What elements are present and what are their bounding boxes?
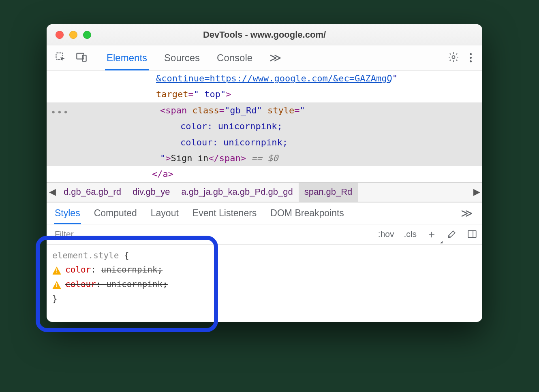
inspect-element-icon[interactable] [55,51,66,64]
breadcrumb-item-3[interactable]: span.gb_Rd [299,183,358,202]
paint-flashing-icon[interactable] [442,224,462,244]
styles-subtabs: Styles Computed Layout Event Listeners D… [47,202,482,224]
breadcrumb: ◀ d.gb_6a.gb_rd div.gb_ye a.gb_ja.gb_ka.… [47,182,482,202]
window-controls [47,31,91,39]
device-toolbar-icon[interactable] [76,51,87,64]
settings-icon[interactable] [448,51,459,64]
subtab-computed[interactable]: Computed [94,202,137,224]
tabs-group: Elements Sources Console ≫ [95,45,437,70]
subtab-event-listeners[interactable]: Event Listeners [192,202,257,224]
subtab-layout[interactable]: Layout [151,202,179,224]
kebab-menu-icon[interactable] [470,53,472,62]
devtools-window: DevTools - www.google.com/ Elements Sour… [47,24,482,322]
dom-row-target-attr[interactable]: target="_top"> [47,86,482,102]
subtab-dom-breakpoints[interactable]: DOM Breakpoints [270,202,344,224]
dom-row-style-colour[interactable]: colour: unicornpink; [47,134,482,150]
css-prop-color[interactable]: color: unicornpink; [52,263,482,277]
css-prop-colour[interactable]: colour: unicornpink; [52,277,482,292]
svg-rect-2 [82,55,86,61]
more-tabs-button[interactable]: ≫ [270,51,286,64]
breadcrumb-item-2[interactable]: a.gb_ja.gb_ka.gb_Pd.gb_gd [175,183,298,202]
dom-row-a-close[interactable]: </a> [47,166,482,182]
collapse-ellipsis-icon[interactable]: ••• [51,105,69,120]
dom-tree[interactable]: &continue=https://www.google.com/&ec=GAZ… [47,70,482,182]
warning-icon [52,280,61,289]
subtab-styles[interactable]: Styles [55,202,80,224]
dom-row-span-close[interactable]: ">Sign in</span> == $0 [47,150,482,166]
new-style-rule-button[interactable]: ＋ [421,224,442,244]
rule-selector-line[interactable]: element.style { [52,249,482,263]
svg-rect-4 [468,231,476,238]
breadcrumb-next-icon[interactable]: ▶ [471,187,482,197]
cls-button[interactable]: .cls [399,224,422,244]
tab-console[interactable]: Console [217,45,252,70]
filter-input[interactable] [47,224,373,244]
tab-elements[interactable]: Elements [107,45,147,70]
url-fragment: &continue=https://www.google.com/&ec=GAZ… [156,73,392,83]
inspector-icons [47,45,95,70]
window-title: DevTools - www.google.com/ [47,30,482,40]
hov-button[interactable]: :hov [373,224,399,244]
styles-panel[interactable]: element.style { color: unicornpink; colo… [47,245,482,322]
maximize-window-button[interactable] [83,31,91,39]
minimize-window-button[interactable] [69,31,77,39]
dom-row-link-continuation[interactable]: &continue=https://www.google.com/&ec=GAZ… [47,70,482,86]
dom-row-span-open[interactable]: ••• <span class="gb_Rd" style=" [47,102,482,118]
breadcrumb-item-1[interactable]: div.gb_ye [127,183,176,202]
subtabs-more-icon[interactable]: ≫ [461,207,482,220]
breadcrumb-prev-icon[interactable]: ◀ [47,187,58,197]
main-tabs-row: Elements Sources Console ≫ [47,45,482,70]
toolbar-right [437,45,482,70]
titlebar: DevTools - www.google.com/ [47,24,482,45]
dom-row-style-color[interactable]: color: unicornpink; [47,118,482,134]
breadcrumb-item-0[interactable]: d.gb_6a.gb_rd [58,183,127,202]
tab-sources[interactable]: Sources [164,45,200,70]
rule-close-line: } [52,292,482,307]
svg-point-3 [452,55,455,58]
warning-icon [52,266,61,275]
toggle-sidebar-icon[interactable] [462,224,482,244]
close-window-button[interactable] [56,31,64,39]
styles-filter-row: :hov .cls ＋ [47,224,482,245]
